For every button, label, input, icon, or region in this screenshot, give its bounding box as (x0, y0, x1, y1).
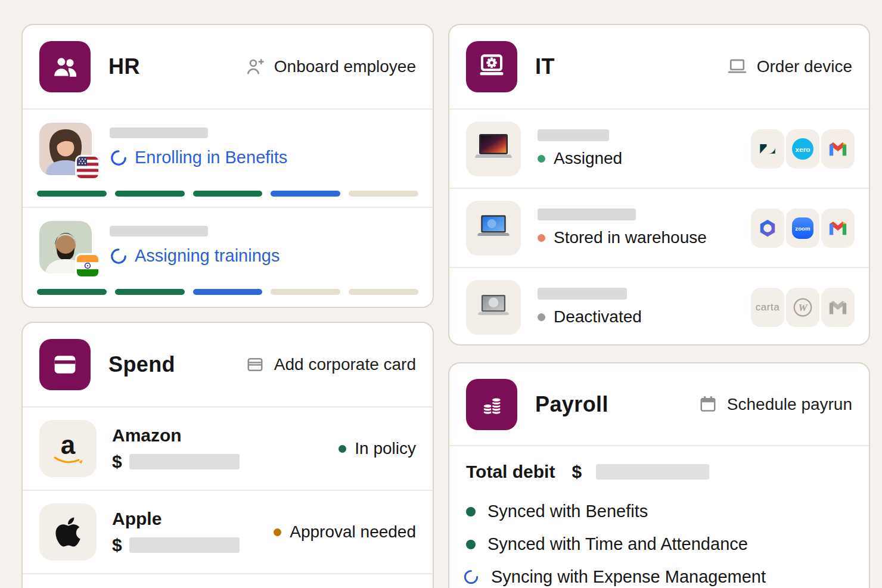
payroll-card-header: Payroll Schedule payrun (449, 363, 869, 445)
currency-symbol: $ (112, 452, 122, 472)
employee-name-placeholder (110, 226, 208, 237)
apple-logo-icon (39, 503, 97, 561)
sync-item-time-attendance: Synced with Time and Attendance (466, 528, 852, 561)
transaction-row-partial (23, 573, 433, 588)
onboard-employee-button[interactable]: Onboard employee (244, 56, 416, 77)
people-icon (49, 51, 80, 82)
transaction-status-text: In policy (355, 439, 416, 458)
payroll-app-icon (466, 379, 517, 430)
hr-card-title: HR (108, 54, 140, 79)
status-dot-green (538, 155, 545, 163)
it-card-header: IT Order device (449, 25, 869, 108)
synced-dot-icon (466, 507, 476, 517)
currency-symbol: $ (112, 535, 122, 555)
employee-row-1: Enrolling in Benefits (23, 108, 433, 207)
status-dot-coral (538, 234, 545, 242)
it-card: IT Order device (448, 24, 870, 346)
amount-placeholder (129, 454, 240, 469)
add-corporate-card-label: Add corporate card (274, 355, 416, 374)
it-app-icon (466, 41, 517, 92)
onboard-employee-label: Onboard employee (274, 57, 416, 76)
total-debit-label: Total debit (466, 462, 555, 482)
schedule-payrun-button[interactable]: Schedule payrun (697, 394, 852, 415)
transaction-status-text: Approval needed (290, 522, 416, 542)
hr-card-header: HR Onboard employee (23, 25, 433, 108)
spend-card: Spend Add corporate card a (21, 322, 434, 588)
it-card-title: IT (535, 54, 555, 79)
order-device-label: Order device (757, 57, 852, 76)
wordpress-app-icon[interactable]: W (786, 288, 819, 327)
svg-text:W: W (798, 302, 808, 313)
spend-app-icon (39, 339, 91, 390)
macbook-thumbnail (466, 122, 521, 176)
sync-item-text: Syncing with Expense Management (491, 567, 766, 587)
status-dot-gray (538, 313, 545, 321)
employee-avatar (39, 221, 92, 273)
device-name-placeholder (538, 129, 609, 141)
employee-avatar (39, 123, 92, 175)
status-dot-amber (274, 528, 281, 536)
syncing-spinner-icon (110, 149, 128, 167)
gmail-app-icon-gray[interactable] (821, 288, 855, 327)
device-status-text: Assigned (554, 149, 622, 168)
transaction-row-amazon: a Amazon $ In policy (23, 406, 433, 490)
vendor-name: Apple (112, 509, 240, 529)
card-outline-icon (244, 354, 266, 375)
us-flag-icon (75, 155, 100, 180)
sync-item-benefits: Synced with Benefits (466, 495, 852, 528)
provisioned-apps: xero (751, 129, 855, 169)
status-dot-green (338, 445, 346, 453)
laptop-icon (726, 55, 749, 78)
add-corporate-card-button[interactable]: Add corporate card (244, 354, 416, 375)
microsoft-365-app-icon[interactable] (751, 209, 784, 248)
onboarding-progress-bar (37, 289, 418, 295)
xero-app-icon[interactable]: xero (786, 129, 819, 169)
payroll-body: Total debit $ Synced with Benefits Synce… (449, 445, 869, 588)
deactivated-laptop-thumbnail (466, 280, 521, 335)
payroll-card-title: Payroll (535, 392, 608, 417)
india-flag-icon (75, 253, 100, 278)
employee-status-text: Assigning trainings (135, 246, 279, 266)
syncing-spinner-icon (463, 569, 479, 585)
laptop-gear-icon (476, 51, 507, 82)
svg-text:zoom: zoom (795, 225, 810, 231)
svg-text:xero: xero (796, 145, 810, 153)
zendesk-app-icon[interactable] (751, 129, 784, 169)
payroll-sync-list: Synced with Benefits Synced with Time an… (466, 495, 852, 588)
amount-placeholder (129, 537, 240, 553)
device-name-placeholder (538, 209, 636, 220)
amazon-logo-icon: a (39, 420, 97, 477)
credit-card-icon (49, 349, 80, 380)
gmail-app-icon[interactable] (821, 129, 855, 169)
payroll-card: Payroll Schedule payrun Total debit $ (448, 362, 870, 588)
hr-app-icon (39, 41, 91, 92)
device-status-text: Deactivated (554, 307, 642, 326)
carta-app-icon[interactable]: carta (751, 288, 784, 327)
currency-symbol: $ (572, 462, 582, 482)
calendar-icon (697, 394, 719, 415)
synced-dot-icon (466, 540, 476, 549)
spend-card-title: Spend (108, 352, 175, 377)
sync-item-text: Synced with Time and Attendance (487, 534, 748, 554)
schedule-payrun-label: Schedule payrun (727, 395, 852, 414)
person-plus-icon (244, 56, 266, 77)
provisioned-apps: zoom (751, 209, 855, 248)
vendor-name: Amazon (112, 425, 240, 446)
employee-status-text: Enrolling in Benefits (135, 148, 287, 167)
employee-name-placeholder (110, 127, 208, 138)
total-debit-placeholder (596, 464, 709, 480)
order-device-button[interactable]: Order device (726, 55, 852, 78)
zoom-app-icon[interactable]: zoom (786, 209, 819, 248)
device-row-2: Stored in warehouse zoom (449, 188, 869, 267)
device-name-placeholder (538, 288, 627, 300)
syncing-spinner-icon (110, 247, 128, 265)
transaction-row-apple: Apple $ Approval needed (23, 490, 433, 573)
sync-item-text: Synced with Benefits (487, 502, 648, 521)
hr-card: HR Onboard employee (21, 24, 434, 308)
device-row-1: Assigned xero (449, 108, 869, 188)
deprovisioned-apps: carta W (751, 288, 855, 327)
device-row-3: Deactivated carta W (449, 267, 869, 346)
employee-row-2: Assigning trainings (23, 207, 433, 305)
onboarding-progress-bar (37, 191, 418, 197)
gmail-app-icon[interactable] (821, 209, 855, 248)
